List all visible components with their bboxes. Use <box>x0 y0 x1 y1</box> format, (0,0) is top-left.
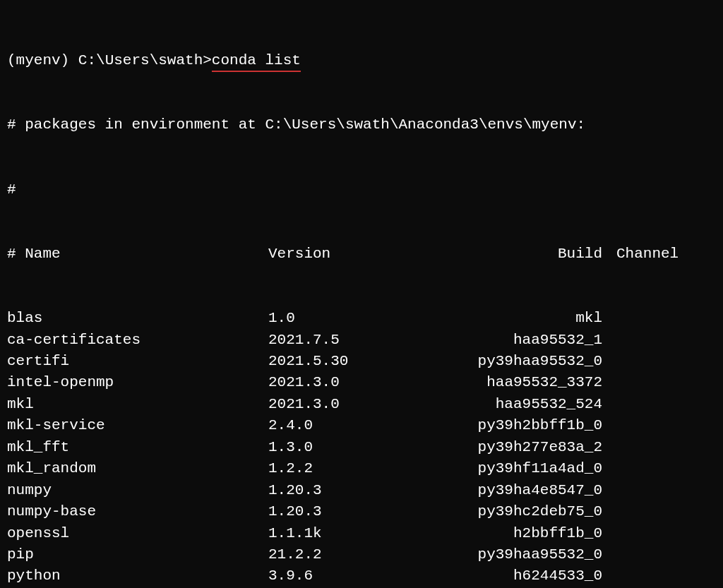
package-row: mkl2021.3.0haa95532_524 <box>7 394 716 415</box>
env-path-line: # packages in environment at C:\Users\sw… <box>7 114 716 136</box>
prompt-command: conda list <box>212 50 301 71</box>
package-build: py39h2bbff1b_0 <box>427 415 602 436</box>
package-version: 2.4.0 <box>268 415 427 436</box>
package-channel <box>602 480 616 501</box>
prompt-env: (myenv) <box>7 50 69 71</box>
package-channel <box>602 565 616 587</box>
package-version: 1.1.1k <box>268 523 427 544</box>
package-row: mkl_random1.2.2py39hf11a4ad_0 <box>7 458 716 479</box>
package-version: 1.3.0 <box>268 437 427 458</box>
package-build: haa95532_524 <box>427 394 602 415</box>
package-channel <box>602 544 616 565</box>
package-row: openssl1.1.1kh2bbff1b_0 <box>7 523 716 544</box>
prompt-path: C:\Users\swath> <box>78 50 212 71</box>
package-name: intel-openmp <box>7 372 268 393</box>
package-version: 2021.3.0 <box>268 394 427 415</box>
package-build: py39hf11a4ad_0 <box>427 458 602 479</box>
package-name: mkl <box>7 394 268 415</box>
package-row: numpy-base1.20.3py39hc2deb75_0 <box>7 501 716 522</box>
package-row: pip21.2.2py39haa95532_0 <box>7 544 716 565</box>
package-version: 1.2.2 <box>268 458 427 479</box>
hash-line: # <box>7 179 716 200</box>
package-build: mkl <box>427 308 602 329</box>
package-build: py39h277e83a_2 <box>427 437 602 458</box>
terminal-output[interactable]: (myenv) C:\Users\swath>conda list # pack… <box>7 7 716 588</box>
package-name: pip <box>7 544 268 565</box>
package-name: numpy-base <box>7 501 268 522</box>
package-name: numpy <box>7 480 268 501</box>
package-row: numpy1.20.3py39ha4e8547_0 <box>7 480 716 501</box>
package-row: mkl-service2.4.0py39h2bbff1b_0 <box>7 415 716 436</box>
header-build: Build <box>427 244 602 265</box>
package-build: h6244533_0 <box>427 565 602 587</box>
package-name: mkl_random <box>7 458 268 479</box>
package-channel <box>602 437 616 458</box>
package-channel <box>602 501 616 522</box>
package-build: py39ha4e8547_0 <box>427 480 602 501</box>
package-channel <box>602 458 616 479</box>
package-version: 2021.7.5 <box>268 330 427 351</box>
package-name: python <box>7 565 268 587</box>
package-channel <box>602 351 616 372</box>
package-row: certifi2021.5.30py39haa95532_0 <box>7 351 716 372</box>
package-channel <box>602 330 616 351</box>
package-build: py39hc2deb75_0 <box>427 501 602 522</box>
package-row: intel-openmp2021.3.0haa95532_3372 <box>7 372 716 393</box>
header-version: Version <box>268 244 427 265</box>
package-build: py39haa95532_0 <box>427 544 602 565</box>
header-row: # NameVersionBuildChannel <box>7 244 716 265</box>
package-version: 1.20.3 <box>268 480 427 501</box>
command-underline <box>212 71 301 72</box>
prompt-line: (myenv) C:\Users\swath>conda list <box>7 50 716 71</box>
package-build: haa95532_3372 <box>427 372 602 393</box>
package-name: ca-certificates <box>7 330 268 351</box>
package-version: 1.20.3 <box>268 501 427 522</box>
packages-list: blas1.0mklca-certificates2021.7.5haa9553… <box>7 308 716 588</box>
package-name: mkl-service <box>7 415 268 436</box>
package-channel <box>602 415 616 436</box>
command-text: conda list <box>212 52 301 68</box>
package-name: blas <box>7 308 268 329</box>
package-row: python3.9.6h6244533_0 <box>7 565 716 587</box>
package-row: blas1.0mkl <box>7 308 716 329</box>
package-build: py39haa95532_0 <box>427 351 602 372</box>
package-version: 3.9.6 <box>268 565 427 587</box>
package-name: openssl <box>7 523 268 544</box>
package-row: mkl_fft1.3.0py39h277e83a_2 <box>7 437 716 458</box>
package-version: 2021.3.0 <box>268 372 427 393</box>
header-channel: Channel <box>602 244 679 265</box>
package-channel <box>602 394 616 415</box>
package-channel <box>602 308 616 329</box>
header-name: # Name <box>7 244 268 265</box>
package-build: h2bbff1b_0 <box>427 523 602 544</box>
package-version: 21.2.2 <box>268 544 427 565</box>
package-channel <box>602 372 616 393</box>
package-channel <box>602 523 616 544</box>
package-build: haa95532_1 <box>427 330 602 351</box>
package-name: certifi <box>7 351 268 372</box>
package-row: ca-certificates2021.7.5haa95532_1 <box>7 330 716 351</box>
package-name: mkl_fft <box>7 437 268 458</box>
package-version: 2021.5.30 <box>268 351 427 372</box>
package-version: 1.0 <box>268 308 427 329</box>
